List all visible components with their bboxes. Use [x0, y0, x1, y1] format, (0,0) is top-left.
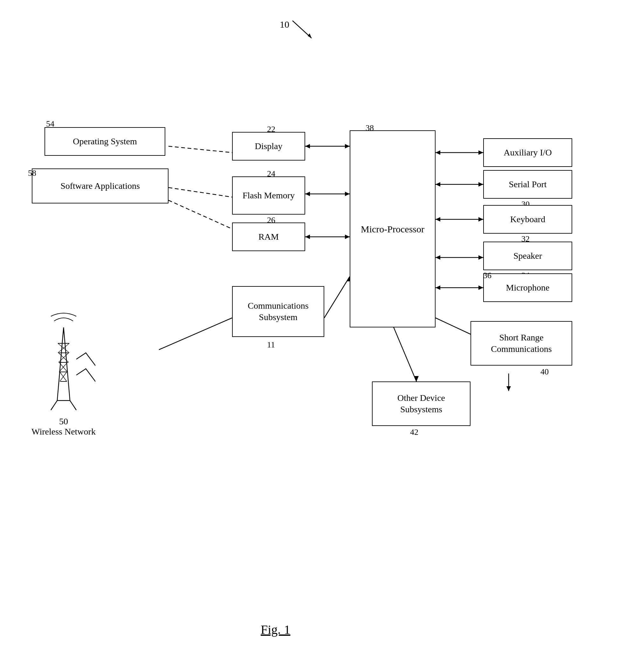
software-applications-box: Software Applications	[32, 168, 168, 203]
auxiliary-io-box: Auxiliary I/O	[483, 138, 572, 167]
svg-line-41	[64, 328, 70, 401]
svg-line-29	[324, 277, 350, 318]
communications-subsystem-ref: 11	[267, 340, 275, 350]
wireless-tower-svg	[32, 312, 95, 413]
software-applications-ref: 58	[28, 168, 36, 178]
serial-port-box: Serial Port	[483, 170, 572, 199]
operating-system-box: Operating System	[45, 127, 165, 156]
svg-line-2	[168, 146, 232, 152]
svg-line-57	[70, 401, 76, 410]
svg-line-4	[168, 200, 232, 229]
short-range-communications-box: Short Range Communications	[471, 321, 572, 365]
flash-memory-ref: 24	[267, 169, 275, 179]
svg-marker-19	[478, 182, 483, 187]
svg-marker-9	[305, 192, 310, 196]
svg-marker-24	[435, 255, 440, 260]
other-device-subsystems-box: Other Device Subsystems	[372, 381, 471, 426]
short-range-communications-ref: 40	[540, 367, 549, 377]
other-device-subsystems-ref: 42	[410, 428, 418, 437]
micro-processor-ref: 38	[366, 123, 374, 133]
microphone-box: Microphone	[483, 273, 572, 302]
keyboard-box: Keyboard	[483, 205, 572, 234]
figure-label: Fig. 1	[261, 622, 290, 637]
svg-marker-25	[478, 255, 483, 260]
svg-marker-22	[478, 217, 483, 221]
ram-ref: 26	[267, 216, 275, 225]
micro-processor-box: Micro-Processor	[350, 130, 435, 328]
svg-marker-27	[435, 285, 440, 290]
wireless-network-label: 50 Wireless Network	[29, 416, 99, 437]
svg-line-33	[159, 318, 232, 350]
svg-marker-6	[305, 144, 310, 148]
ram-box: RAM	[232, 222, 305, 251]
svg-marker-18	[435, 182, 440, 187]
flash-memory-box: Flash Memory	[232, 176, 305, 215]
operating-system-ref: 54	[46, 119, 54, 129]
svg-line-34	[391, 321, 416, 381]
communications-subsystem-box: Communications Subsystem	[232, 286, 324, 337]
svg-line-56	[51, 401, 57, 410]
svg-marker-10	[345, 192, 350, 196]
microphone-ref: 36	[483, 271, 491, 280]
svg-marker-21	[435, 217, 440, 221]
svg-marker-15	[435, 150, 440, 155]
svg-marker-13	[345, 235, 350, 239]
display-box: Display	[232, 132, 305, 161]
svg-marker-16	[478, 150, 483, 155]
svg-marker-39	[506, 386, 511, 391]
svg-marker-7	[345, 144, 350, 148]
svg-marker-28	[478, 285, 483, 290]
svg-line-3	[168, 188, 232, 197]
svg-marker-12	[305, 235, 310, 239]
speaker-box: Speaker	[483, 242, 572, 270]
display-ref: 22	[267, 125, 275, 134]
